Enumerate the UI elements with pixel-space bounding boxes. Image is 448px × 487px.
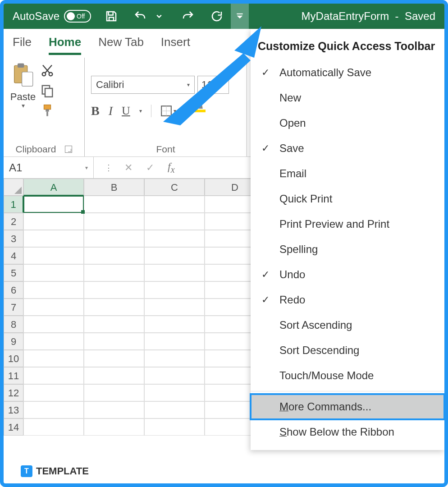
menu-item[interactable]: Touch/Mouse Mode xyxy=(251,363,444,388)
cut-icon[interactable] xyxy=(41,64,54,79)
autosave-toggle[interactable]: Off xyxy=(64,10,91,23)
column-header[interactable]: B xyxy=(84,179,144,196)
cell[interactable] xyxy=(23,401,84,418)
cell[interactable] xyxy=(23,281,84,299)
column-header[interactable]: C xyxy=(144,179,205,196)
cell[interactable] xyxy=(84,333,144,350)
font-name-select[interactable]: Calibri ▾ xyxy=(91,76,195,94)
cell[interactable] xyxy=(23,247,84,264)
row-header[interactable]: 13 xyxy=(4,401,23,418)
tab-file[interactable]: File xyxy=(13,35,32,53)
menu-item[interactable]: Sort Ascending xyxy=(251,312,444,338)
row-header[interactable]: 4 xyxy=(4,247,23,264)
tab-newtab[interactable]: New Tab xyxy=(98,35,144,53)
menu-item-more-commands[interactable]: More Commands... xyxy=(251,394,444,419)
tab-insert[interactable]: Insert xyxy=(161,35,190,53)
enter-icon[interactable]: ✓ xyxy=(146,162,154,174)
row-header[interactable]: 8 xyxy=(4,316,23,333)
cell[interactable] xyxy=(23,264,84,281)
font-size-select[interactable]: 11 xyxy=(197,76,229,94)
row-header[interactable]: 11 xyxy=(4,367,23,384)
menu-item-show-below-ribbon[interactable]: Show Below the Ribbon xyxy=(251,419,444,445)
cancel-icon[interactable]: ✕ xyxy=(124,162,133,174)
cell[interactable] xyxy=(84,213,144,230)
menu-item[interactable]: ✓Undo xyxy=(251,262,444,287)
cell[interactable] xyxy=(23,367,84,384)
cell[interactable] xyxy=(144,264,205,281)
menu-item[interactable]: Quick Print xyxy=(251,186,444,211)
row-header[interactable]: 5 xyxy=(4,264,23,281)
borders-button[interactable]: ▾ xyxy=(160,105,176,117)
cell[interactable] xyxy=(23,333,84,350)
underline-caret-icon[interactable]: ▾ xyxy=(139,108,142,114)
cell[interactable] xyxy=(144,316,205,333)
cell[interactable] xyxy=(144,196,205,213)
cell[interactable] xyxy=(84,230,144,247)
paste-caret-icon[interactable]: ▾ xyxy=(22,102,25,109)
clipboard-launcher-icon[interactable] xyxy=(65,146,72,153)
row-header[interactable]: 14 xyxy=(4,418,23,436)
cell[interactable] xyxy=(84,401,144,418)
select-all-corner[interactable] xyxy=(4,179,23,196)
cell[interactable] xyxy=(144,213,205,230)
fx-icon[interactable]: fx xyxy=(168,161,175,175)
cell[interactable] xyxy=(144,299,205,316)
cell[interactable] xyxy=(84,367,144,384)
menu-item[interactable]: New xyxy=(251,85,444,110)
cell[interactable] xyxy=(84,316,144,333)
menu-item[interactable]: ✓Redo xyxy=(251,287,444,312)
column-header[interactable]: A xyxy=(23,179,84,196)
cell[interactable] xyxy=(144,247,205,264)
italic-button[interactable]: I xyxy=(109,104,113,118)
row-header[interactable]: 1 xyxy=(4,196,23,213)
menu-item[interactable]: Print Preview and Print xyxy=(251,211,444,237)
bold-button[interactable]: B xyxy=(91,104,100,118)
refresh-icon[interactable] xyxy=(208,8,225,25)
menu-item[interactable]: Sort Descending xyxy=(251,338,444,363)
row-header[interactable]: 12 xyxy=(4,384,23,401)
menu-item[interactable]: Spelling xyxy=(251,237,444,262)
menu-item[interactable]: Open xyxy=(251,110,444,136)
cell[interactable] xyxy=(23,299,84,316)
cell[interactable] xyxy=(84,196,144,213)
copy-icon[interactable] xyxy=(41,84,54,99)
paste-button[interactable]: Paste ▾ xyxy=(10,62,36,119)
tab-home[interactable]: Home xyxy=(49,35,81,55)
cell[interactable] xyxy=(144,401,205,418)
cell[interactable] xyxy=(84,418,144,436)
cell[interactable] xyxy=(144,367,205,384)
cell[interactable] xyxy=(84,350,144,367)
cell[interactable] xyxy=(144,333,205,350)
format-painter-icon[interactable] xyxy=(41,104,54,119)
grip-icon[interactable]: ⋮ xyxy=(105,163,111,173)
row-header[interactable]: 6 xyxy=(4,281,23,299)
row-header[interactable]: 10 xyxy=(4,350,23,367)
row-header[interactable]: 3 xyxy=(4,230,23,247)
cell[interactable] xyxy=(144,418,205,436)
cell[interactable] xyxy=(23,213,84,230)
cell[interactable] xyxy=(23,196,84,213)
menu-item[interactable]: Email xyxy=(251,161,444,186)
underline-button[interactable]: U xyxy=(122,104,130,118)
cell[interactable] xyxy=(84,384,144,401)
cell[interactable] xyxy=(23,418,84,436)
name-box[interactable]: A1 ▾ xyxy=(4,157,94,178)
cell[interactable] xyxy=(144,281,205,299)
cell[interactable] xyxy=(23,350,84,367)
save-icon[interactable] xyxy=(103,8,120,25)
cell[interactable] xyxy=(144,350,205,367)
cell[interactable] xyxy=(23,230,84,247)
cell[interactable] xyxy=(23,316,84,333)
cell[interactable] xyxy=(84,264,144,281)
row-header[interactable]: 2 xyxy=(4,213,23,230)
customize-qat-button[interactable] xyxy=(231,4,249,29)
fill-color-button[interactable] xyxy=(195,110,206,112)
redo-icon[interactable] xyxy=(179,8,197,25)
menu-item[interactable]: ✓Save xyxy=(251,136,444,161)
undo-icon[interactable] xyxy=(132,8,149,25)
cell[interactable] xyxy=(144,384,205,401)
cell[interactable] xyxy=(84,247,144,264)
menu-item[interactable]: ✓Automatically Save xyxy=(251,60,444,85)
cell[interactable] xyxy=(84,281,144,299)
row-header[interactable]: 7 xyxy=(4,299,23,316)
